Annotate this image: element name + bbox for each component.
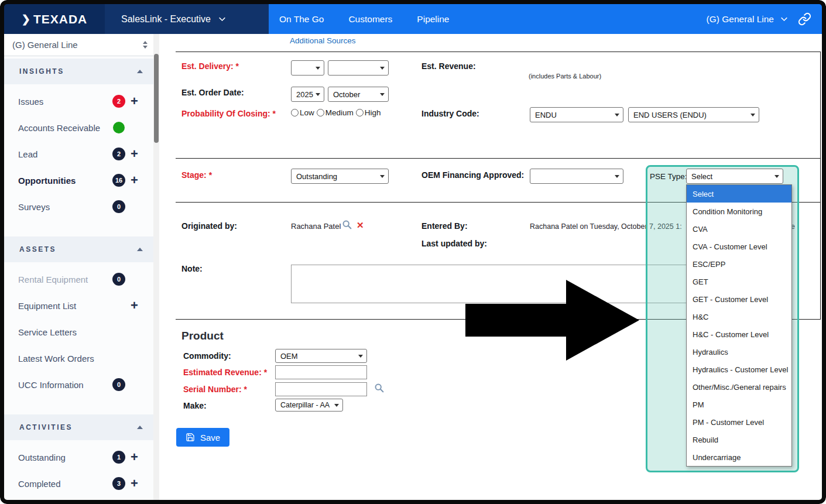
sidebar-item-latest-work-orders[interactable]: Latest Work Orders [4,345,153,371]
additional-sources-link[interactable]: Additional Sources [290,36,356,45]
item-label: Surveys [18,201,50,211]
topbar-right: (G) General Line [707,12,822,26]
select-value: October [333,90,360,99]
serial-number-input[interactable] [275,382,367,396]
item-label: Latest Work Orders [18,353,94,363]
add-completed-activity-button[interactable]: + [131,477,138,490]
nav-item-pipeline[interactable]: Pipeline [417,14,449,25]
est-order-date-label: Est. Order Date: [181,88,244,97]
add-equipment-button[interactable]: + [131,299,138,312]
status-dot [113,122,125,133]
commodity-select[interactable]: OEM [275,349,367,363]
opportunities-count-badge: 16 [112,174,125,187]
stage-select[interactable]: Outstanding [291,169,389,184]
dropdown-option-other-misc-general-repairs[interactable]: Other/Misc./General repairs [687,378,791,396]
link-icon[interactable] [798,12,811,26]
add-lead-button[interactable]: + [131,148,138,160]
dropdown-option-hc-customer-level[interactable]: H&C - Customer Level [687,325,791,343]
est-revenue-label: Est. Revenue: [421,61,476,71]
search-icon[interactable] [374,383,385,393]
texada-logo[interactable]: ❯ TEXADA [4,4,105,34]
chevron-down-icon [750,114,755,116]
sidebar-item-outstanding[interactable]: Outstanding 1 + [4,444,153,470]
add-issue-button[interactable]: + [131,95,138,108]
estimated-revenue-input[interactable] [275,365,367,379]
remove-icon[interactable]: ✕ [357,220,364,231]
account-menu[interactable]: (G) General Line [707,14,789,25]
est-delivery-month-select[interactable] [291,60,324,76]
sidebar-item-issues[interactable]: Issues 2 + [4,88,153,114]
save-button-label: Save [200,433,220,443]
radio-medium[interactable] [317,109,324,116]
nav-item-customers[interactable]: Customers [348,14,392,25]
dropdown-option-cva[interactable]: CVA [687,220,791,238]
chevron-down-icon [358,355,363,358]
oem-financing-select[interactable] [530,169,623,184]
sidebar-scrollbar[interactable] [153,34,159,500]
industry-code-desc-select[interactable]: END USERS (ENDU) [628,107,759,122]
add-outstanding-activity-button[interactable]: + [131,451,138,464]
dropdown-option-get[interactable]: GET [687,273,791,290]
order-month-select[interactable]: October [328,87,389,102]
logo-text: TEXADA [33,12,87,26]
dropdown-option-select[interactable]: Select [687,185,791,203]
item-label: Rental Equipment [18,274,88,284]
dropdown-option-pm[interactable]: PM [687,396,791,413]
section-title: INSIGHTS [19,67,64,76]
section-header-assets[interactable]: ASSETS [4,236,153,262]
industry-code-select[interactable]: ENDU [530,107,623,122]
chevron-down-icon [780,15,789,23]
dropdown-option-undercarriage[interactable]: Undercarriage [687,448,791,466]
chevron-down-icon [218,15,227,23]
dropdown-option-rebuild[interactable]: Rebuild [687,431,791,448]
nav-item-on-the-go[interactable]: On The Go [279,14,324,25]
save-button[interactable]: Save [176,428,229,447]
scrollbar-thumb[interactable] [154,54,159,143]
item-label: Opportunities [18,175,76,185]
sidebar-item-service-letters[interactable]: Service Letters [4,318,153,345]
app-menu[interactable]: SalesLink - Executive [105,4,269,34]
activities-list: Outstanding 1 + Completed 3 + [4,440,153,496]
completed-count-badge: 3 [112,477,125,490]
sidebar-item-accounts-receivable[interactable]: Accounts Receivable [4,114,153,140]
sidebar-item-surveys[interactable]: Surveys 0 [4,193,153,220]
sidebar-item-rental-equipment[interactable]: Rental Equipment 0 [4,266,153,292]
rental-equipment-count-badge: 0 [112,273,125,286]
dropdown-option-hydraulics[interactable]: Hydraulics [687,343,791,361]
chevron-down-icon [380,175,385,178]
select-value: Select [691,172,712,181]
section-header-activities[interactable]: ACTIVITIES [4,414,153,440]
add-opportunity-button[interactable]: + [131,174,138,187]
branch-selector[interactable]: (G) General Line [4,34,153,56]
originated-by-label: Originated by: [181,221,237,231]
section-header-insights[interactable]: INSIGHTS [4,59,153,84]
chevron-down-icon [380,67,385,70]
serial-number-label: Serial Number: * [183,385,247,394]
sidebar-item-completed[interactable]: Completed 3 + [4,470,153,496]
chevron-down-icon [615,114,619,116]
radio-high[interactable] [356,109,364,116]
sidebar-item-opportunities[interactable]: Opportunities 16 + [4,167,153,193]
dropdown-option-hc[interactable]: H&C [687,308,791,325]
dropdown-option-get-customer-level[interactable]: GET - Customer Level [687,290,791,308]
commodity-label: Commodity: [183,351,231,361]
item-label: Issues [18,96,43,106]
radio-low[interactable] [291,109,299,116]
search-icon[interactable] [342,220,352,230]
collapse-up-icon [137,426,143,429]
dropdown-option-hydraulics-customer-level[interactable]: Hydraulics - Customer Level [687,361,791,378]
dropdown-option-cva-customer-level[interactable]: CVA - Customer Level [687,238,791,255]
pse-type-select[interactable]: Select [686,169,783,184]
make-select[interactable]: Caterpillar - AA [275,399,343,412]
sidebar-item-equipment-list[interactable]: Equipment List + [4,292,153,318]
dropdown-option-condition-monitoring[interactable]: Condition Monitoring [687,203,791,220]
est-delivery-year-select[interactable] [328,60,389,76]
insights-list: Issues 2 + Accounts Receivable Lead 2 + … [4,84,153,220]
order-year-select[interactable]: 2025 [291,87,324,102]
oem-financing-label: OEM Financing Approved: [421,170,524,180]
sidebar-item-ucc-information[interactable]: UCC Information 0 [4,371,153,397]
sidebar-item-lead[interactable]: Lead 2 + [4,140,153,167]
last-updated-by-label: Last updated by: [421,239,487,248]
dropdown-option-esc-epp[interactable]: ESC/EPP [687,255,791,273]
dropdown-option-pm-customer-level[interactable]: PM - Customer Level [687,413,791,431]
